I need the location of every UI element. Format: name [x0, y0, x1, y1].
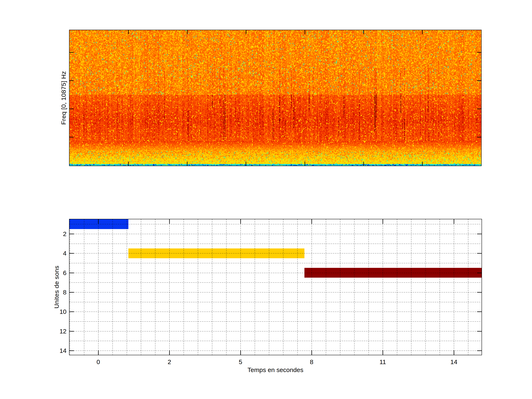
gantt-y-tick-label: 8	[63, 289, 66, 296]
gantt-x-tick-label: 5	[239, 358, 242, 366]
gantt-y-tick-label: 6	[63, 269, 66, 276]
gantt-x-tick-label: 14	[450, 358, 457, 366]
gantt-y-tick-label: 12	[59, 328, 66, 335]
gantt-bar-1	[70, 219, 128, 229]
gantt-bar-2	[128, 248, 304, 258]
matlab-figure: { "figure": { "background": "#ffffff", "…	[0, 0, 532, 399]
gantt-axes	[69, 219, 482, 355]
gantt-x-tick-label: 0	[97, 358, 100, 366]
spectrogram-y-axis-label: Freq [0, 10875] Hz	[60, 71, 67, 125]
gantt-x-axis-label: Temps en secondes	[247, 366, 303, 374]
spectrogram-axes	[69, 30, 481, 166]
spectrogram-image	[70, 30, 481, 166]
gantt-bar-3	[304, 268, 481, 278]
gantt-y-tick-label: 4	[63, 250, 66, 257]
gantt-y-axis-label: Unites de sons	[53, 266, 60, 309]
gantt-grid-and-ticks	[70, 219, 481, 355]
gantt-y-tick-label: 2	[63, 230, 66, 238]
gantt-y-tick-label: 14	[59, 347, 66, 354]
gantt-x-tick-label: 11	[380, 358, 386, 366]
gantt-x-tick-label: 8	[310, 358, 313, 366]
gantt-y-tick-label: 10	[59, 308, 66, 315]
gantt-x-tick-label: 2	[168, 358, 171, 366]
